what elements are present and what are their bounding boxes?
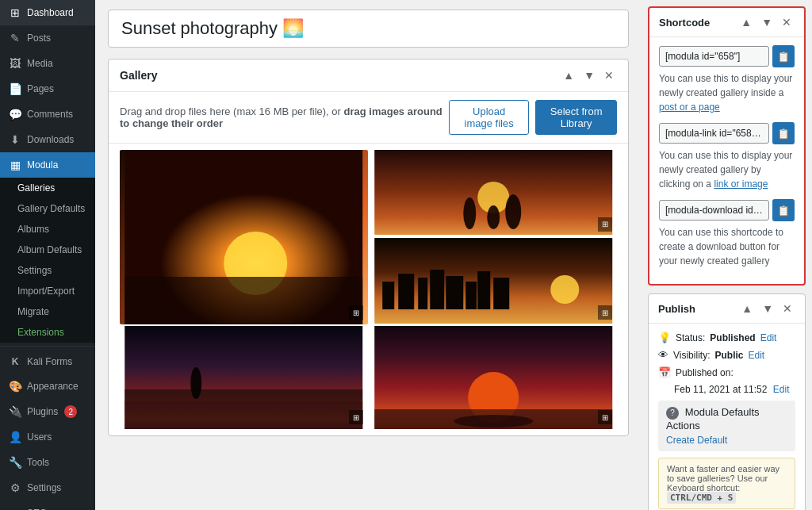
gallery-svg-5 — [370, 326, 618, 429]
shortcode-input-link[interactable] — [659, 123, 769, 144]
gallery-box-title: Gallery — [120, 69, 157, 82]
publish-status-edit-link[interactable]: Edit — [760, 332, 777, 343]
publish-date-edit-link[interactable]: Edit — [773, 384, 790, 395]
gallery-image-3-thumb — [370, 238, 618, 324]
sidebar-item-dashboard[interactable]: ⊞ Dashboard — [0, 0, 95, 25]
gallery-image-1-thumb — [120, 150, 368, 324]
submenu-item-label: Gallery Defaults — [17, 203, 85, 214]
sidebar-item-import-export[interactable]: Import/Export — [0, 281, 95, 301]
submenu-item-label: Import/Export — [17, 286, 75, 297]
gallery-corner-icon-3: ⊞ — [598, 305, 612, 320]
sidebar-item-label: Plugins — [27, 406, 58, 417]
sidebar-item-migrate[interactable]: Migrate — [0, 301, 95, 322]
sidebar-item-galleries[interactable]: Galleries — [0, 178, 95, 198]
sidebar-item-label: Media — [27, 58, 53, 69]
main-area: Gallery ▲ ▼ ✕ Drag and drop files here (… — [95, 0, 812, 510]
shortcode-copy-link-button[interactable]: 📋 — [772, 122, 795, 144]
sidebar-item-downloads[interactable]: ⬇ Downloads — [0, 127, 95, 152]
svg-point-6 — [487, 205, 500, 229]
gallery-image-3[interactable]: ⊞ — [370, 238, 618, 325]
shortcode-input-basic[interactable] — [659, 46, 769, 67]
publish-panel-header: Publish ▲ ▼ ✕ — [649, 294, 805, 324]
sidebar-item-extensions[interactable]: Extensions — [0, 322, 95, 343]
sidebar-item-comments[interactable]: 💬 Comments — [0, 102, 95, 127]
publish-panel-controls: ▲ ▼ ✕ — [738, 301, 795, 316]
sidebar-item-settings-main[interactable]: ⚙ Settings — [0, 475, 95, 500]
gallery-image-2[interactable]: ⊞ — [370, 150, 618, 236]
svg-rect-17 — [493, 278, 509, 309]
tools-icon: 🔧 — [8, 456, 22, 469]
upload-image-files-button[interactable]: Upload image files — [449, 100, 529, 135]
shortcode-collapse-down-btn[interactable]: ▼ — [758, 14, 776, 30]
comments-icon: 💬 — [8, 108, 22, 121]
sidebar-item-label: Modula — [27, 159, 58, 171]
gallery-box: Gallery ▲ ▼ ✕ Drag and drop files here (… — [108, 59, 629, 436]
sidebar-item-plugins[interactable]: 🔌 Plugins 2 — [0, 399, 95, 424]
publish-panel-title: Publish — [658, 303, 695, 315]
pages-icon: 📄 — [8, 82, 22, 95]
gallery-collapse-down-btn[interactable]: ▼ — [580, 67, 598, 83]
publish-close-btn[interactable]: ✕ — [779, 301, 795, 316]
publish-date-label: Published on: — [676, 367, 733, 378]
sidebar-item-media[interactable]: 🖼 Media — [0, 51, 95, 76]
sidebar-item-appearance[interactable]: 🎨 Appearance — [0, 374, 95, 399]
shortcode-link-post-page[interactable]: post or a page — [659, 102, 720, 113]
shortcode-desc-download: You can use this shortcode to create a d… — [659, 225, 795, 268]
shortcode-link-link-image[interactable]: link or image — [714, 178, 768, 190]
shortcode-copy-download-button[interactable]: 📋 — [772, 199, 795, 221]
media-icon: 🖼 — [8, 57, 22, 70]
posts-icon: ✎ — [8, 32, 22, 44]
shortcode-input-download[interactable] — [659, 200, 769, 220]
sidebar: ⊞ Dashboard ✎ Posts 🖼 Media 📄 Pages 💬 Co… — [0, 0, 95, 510]
sidebar-item-posts[interactable]: ✎ Posts — [0, 25, 95, 51]
shortcode-desc-link: You can use this to display your newly c… — [659, 148, 795, 191]
shortcode-collapse-up-btn[interactable]: ▲ — [737, 14, 755, 30]
sidebar-item-tools[interactable]: 🔧 Tools — [0, 450, 95, 475]
publish-visibility-row: 👁 Visibility: Public Edit — [658, 349, 795, 361]
sidebar-item-kali-forms[interactable]: K Kali Forms — [0, 350, 95, 374]
sidebar-item-users[interactable]: 👤 Users — [0, 424, 95, 450]
svg-rect-25 — [374, 409, 612, 429]
shortcode-close-btn[interactable]: ✕ — [779, 14, 795, 30]
sidebar-item-label: Downloads — [27, 134, 74, 145]
sidebar-item-seo[interactable]: ◈ SEO — [0, 500, 95, 510]
select-from-library-button[interactable]: Select from Library — [535, 100, 617, 135]
gallery-close-btn[interactable]: ✕ — [601, 67, 617, 83]
gallery-image-2-thumb — [370, 150, 618, 235]
shortcode-row-2: 📋 You can use this to display your newly… — [659, 122, 795, 191]
sidebar-item-albums[interactable]: Albums — [0, 219, 95, 240]
gallery-drag-area: Drag and drop files here (max 16 MB per … — [109, 92, 628, 144]
submenu-item-label: Album Defaults — [17, 244, 82, 255]
shortcode-input-row-3: 📋 — [659, 199, 795, 221]
publish-collapse-up-btn[interactable]: ▲ — [738, 301, 756, 316]
sidebar-item-pages[interactable]: 📄 Pages — [0, 76, 95, 102]
sidebar-item-modula[interactable]: ▦ Modula — [0, 152, 95, 178]
kali-forms-icon: K — [8, 356, 22, 367]
sidebar-item-settings[interactable]: Settings — [0, 260, 95, 281]
shortcode-panel-content: 📋 You can use this to display your newly… — [649, 37, 804, 284]
page-title-input[interactable] — [121, 18, 615, 39]
plugins-badge: 2 — [64, 405, 77, 418]
sidebar-item-label: Pages — [27, 83, 54, 94]
publish-status-row: 💡 Status: Published Edit — [658, 332, 795, 343]
shortcode-row-1: 📋 You can use this to display your newly… — [659, 45, 795, 114]
page-title-bar — [108, 10, 629, 48]
shortcode-copy-basic-button[interactable]: 📋 — [772, 45, 795, 67]
gallery-image-3-overlay: ⊞ — [598, 305, 612, 320]
create-default-link[interactable]: Create Default — [666, 435, 787, 446]
sidebar-item-album-defaults[interactable]: Album Defaults — [0, 240, 95, 260]
appearance-icon: 🎨 — [8, 380, 22, 393]
submenu-item-label: Extensions — [17, 327, 64, 338]
svg-point-9 — [550, 275, 579, 304]
gallery-image-5[interactable]: ⊞ — [370, 326, 618, 429]
gallery-collapse-up-btn[interactable]: ▲ — [560, 67, 577, 83]
publish-visibility-edit-link[interactable]: Edit — [748, 350, 764, 361]
gallery-drag-text: Drag and drop files here (max 16 MB per … — [120, 105, 449, 129]
svg-point-21 — [190, 367, 201, 399]
submenu-item-label: Migrate — [17, 306, 49, 317]
publish-collapse-down-btn[interactable]: ▼ — [759, 301, 776, 316]
gallery-image-4[interactable]: ⊞ — [120, 326, 368, 429]
gallery-image-1[interactable]: ⊞ — [120, 150, 368, 324]
content-area: Gallery ▲ ▼ ✕ Drag and drop files here (… — [95, 0, 642, 510]
sidebar-item-gallery-defaults[interactable]: Gallery Defaults — [0, 198, 95, 219]
